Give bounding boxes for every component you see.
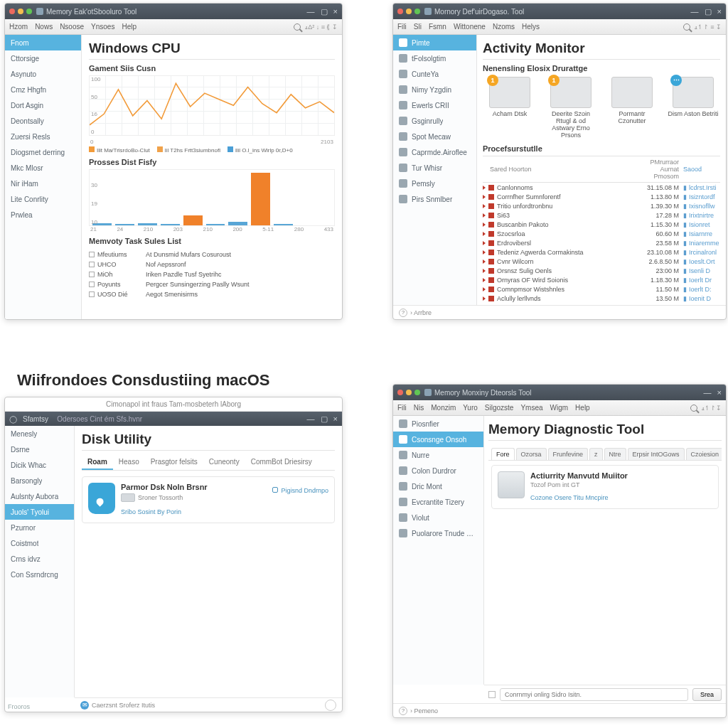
- drive-card[interactable]: Parmor Dsk Noln Brsnr Sroner Tossorth Sr…: [82, 476, 335, 523]
- sidebar-item[interactable]: Coistmot: [5, 535, 74, 551]
- tab[interactable]: z: [589, 448, 603, 460]
- process-row[interactable]: Comnpmsor Wistshnles11.50 M▮Ioerlt D:: [483, 284, 720, 294]
- process-row[interactable]: Orsnsz Sulig Oenls23:00 M▮Isenli D: [483, 266, 720, 275]
- proc-action[interactable]: ▮Ixisnofllw: [683, 203, 720, 210]
- process-row[interactable]: Ornyras OF Wird Soionis1.18.30 M▮Ioerlt …: [483, 275, 720, 284]
- max-icon[interactable]: ▢: [321, 7, 328, 16]
- close-dot[interactable]: [397, 9, 403, 14]
- titlebar[interactable]: Mornory Def'uirDogaso. Tool — ▢ ×: [393, 4, 726, 19]
- sidebar-item[interactable]: Ewerls CRII: [393, 97, 476, 113]
- min-dot[interactable]: [406, 390, 412, 395]
- search-icon[interactable]: [690, 405, 697, 412]
- menu-item[interactable]: Hzom: [9, 23, 28, 31]
- min-dot[interactable]: [18, 9, 23, 14]
- search-icon[interactable]: [683, 23, 690, 31]
- sidebar-item[interactable]: Mkc Mlosr: [5, 160, 81, 176]
- process-row[interactable]: Tritio unfordtronbnu1.39.30 M▮Ixisnofllw: [483, 201, 720, 210]
- tab[interactable]: Ozorsa: [516, 448, 547, 460]
- proc-action[interactable]: ▮Ircinalronl: [683, 249, 720, 256]
- sidebar-item[interactable]: Csonsnge Onsoh: [393, 432, 483, 447]
- menu-item[interactable]: Ynsoes: [91, 23, 114, 31]
- sidebar-item[interactable]: Puolarore Tnude Sizorrios: [393, 525, 483, 541]
- sidebar-item[interactable]: CunteYa: [393, 66, 476, 82]
- menu-item[interactable]: Nsoose: [60, 23, 84, 31]
- proc-action[interactable]: ▮Iniaremme: [683, 240, 720, 247]
- help-icon[interactable]: ?: [399, 309, 407, 317]
- sidebar-item[interactable]: Pemsly: [393, 176, 476, 191]
- sidebar-item[interactable]: Cmz Hhgfn: [5, 82, 81, 97]
- menu-item[interactable]: Nzoms: [493, 23, 515, 31]
- sidebar-item[interactable]: Caprmde.Airoflee: [393, 144, 476, 160]
- process-row[interactable]: Si6317.28 M▮Irixtnirtre: [483, 210, 720, 220]
- menu-item[interactable]: Helys: [522, 23, 540, 31]
- checkbox[interactable]: [89, 291, 95, 297]
- drive-link[interactable]: Sribo Sosint By Porin: [121, 508, 181, 515]
- sidebar-item[interactable]: Barsongly: [5, 473, 74, 488]
- proc-action[interactable]: ▮Isionret: [683, 221, 720, 228]
- proc-action[interactable]: ▮Ioerlt D:: [683, 286, 720, 293]
- sidebar-item[interactable]: Dicik Whac: [5, 457, 74, 473]
- process-row[interactable]: Erdrovibersl23.58 M▮Iniaremme: [483, 238, 720, 247]
- menu-item[interactable]: Help: [575, 404, 590, 412]
- sidebar-item[interactable]: Deontsally: [5, 113, 81, 129]
- search-button[interactable]: Srea: [692, 688, 722, 701]
- action-icon[interactable]: [325, 700, 336, 711]
- menu-item[interactable]: Help: [122, 23, 136, 31]
- task-row[interactable]: PoyuntsPergcer Sunsingerzing Paslly Wsun…: [89, 279, 335, 289]
- search-icon[interactable]: [294, 23, 301, 31]
- window-controls[interactable]: [397, 9, 420, 14]
- task-row[interactable]: MiOhIriken Pazdle Tusf Syetrihc: [89, 269, 335, 279]
- sidebar-item[interactable]: Con Ssrndrcng: [5, 567, 74, 582]
- sidebar-item[interactable]: Nimy Yzgdin: [393, 82, 476, 97]
- process-row[interactable]: Cvnr Wilcorn2.6.8.50 M▮Ioeslt.Ort: [483, 257, 720, 266]
- menu-item[interactable]: Fsmn: [429, 23, 446, 31]
- process-row[interactable]: Szocsrloa60.60 M▮Isiarnrre: [483, 229, 720, 238]
- task-row[interactable]: UHCONof Aepssronf: [89, 259, 335, 269]
- overview-card[interactable]: ⋯Dism Aston Betriti: [666, 77, 720, 139]
- titlebar[interactable]: Memory Monxiny Dteorsls Tool — ×: [393, 385, 726, 400]
- menu-item[interactable]: Monzim: [431, 404, 456, 412]
- max-dot[interactable]: [414, 390, 420, 395]
- table-header[interactable]: Sared Hoorton PMrurraor Aurnat Pmosom Sa…: [483, 156, 720, 183]
- sidebar-item[interactable]: Tur Whisr: [393, 160, 476, 176]
- sidebar-item[interactable]: Fnom: [5, 35, 81, 50]
- info-icon[interactable]: ✉: [80, 701, 89, 710]
- sidebar-item[interactable]: Menesly: [5, 426, 74, 441]
- help-icon[interactable]: ?: [399, 707, 407, 715]
- checkbox[interactable]: [89, 262, 95, 267]
- toolbar-glyphs[interactable]: ₄↿↾↧: [702, 405, 722, 412]
- close-dot[interactable]: [9, 9, 15, 14]
- max-dot[interactable]: [414, 9, 420, 14]
- sidebar-item[interactable]: Pirs Snmlber: [393, 191, 476, 207]
- menu-item[interactable]: Silgozste: [485, 404, 514, 412]
- proc-action[interactable]: ▮lcdrst.Irsti: [683, 184, 720, 191]
- process-row[interactable]: Aclully lerllvnds13.50 M▮Ioenit D: [483, 294, 720, 303]
- toolbar-glyphs[interactable]: ₄↿↾ ≡ ↧: [695, 23, 722, 31]
- tab[interactable]: Ntre: [604, 448, 626, 460]
- proc-action[interactable]: ▮Isizntordf: [683, 193, 720, 200]
- task-row[interactable]: MfeutiumsAt Dunsmid Mufars Cosuroust: [89, 250, 335, 259]
- sidebar-item[interactable]: Diogsmet derring: [5, 144, 81, 160]
- max-icon[interactable]: ▢: [705, 7, 712, 16]
- sidebar-item[interactable]: Piosnfier: [393, 416, 483, 432]
- tab[interactable]: Cuneonty: [203, 455, 245, 470]
- sidebar-item[interactable]: Violut: [393, 510, 483, 525]
- tab[interactable]: Fore: [491, 448, 515, 460]
- min-icon[interactable]: —: [307, 7, 315, 16]
- tab[interactable]: Erpsir IntOGows: [628, 448, 685, 460]
- nav-icon[interactable]: ◯: [9, 415, 17, 423]
- min-icon[interactable]: —: [307, 414, 315, 423]
- drive-right-link[interactable]: Pigisnd Dndrnpo: [272, 487, 328, 494]
- sidebar-item[interactable]: Evcrantite Tizery: [393, 494, 483, 510]
- sidebar-item[interactable]: Prwlea: [5, 207, 81, 223]
- close-icon[interactable]: ×: [333, 7, 338, 16]
- menu-item[interactable]: Sli: [414, 23, 422, 31]
- proc-action[interactable]: ▮Isiarnrre: [683, 230, 720, 237]
- sidebar-item[interactable]: Zuersi Resls: [5, 129, 81, 144]
- proc-action[interactable]: ▮Ioenit D: [683, 295, 720, 302]
- sidebar-item[interactable]: Dric Mont: [393, 478, 483, 494]
- close-dot[interactable]: [397, 390, 403, 395]
- process-row[interactable]: Canlonnoms31.15.08 M▮lcdrst.Irsti: [483, 183, 720, 192]
- sidebar-item[interactable]: Spot Mecaw: [393, 129, 476, 144]
- sidebar-item[interactable]: Dort Asgin: [5, 97, 81, 113]
